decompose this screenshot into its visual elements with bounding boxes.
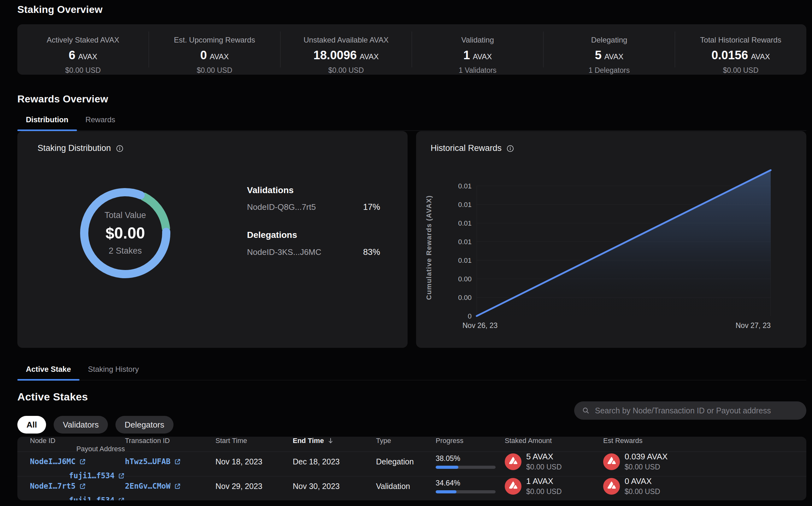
stat-sub: $0.00 USD (65, 66, 101, 75)
stat-label: Validating (461, 35, 494, 45)
external-link-icon (79, 483, 86, 490)
stat-unit: AVAX (604, 52, 623, 61)
est-rewards: 0.039 AVAX (625, 452, 668, 461)
stat-sub: $0.00 USD (328, 66, 364, 75)
panel-title-text: Historical Rewards (430, 143, 501, 153)
external-link-icon (174, 483, 181, 490)
staked-amount: 5 AVAX (526, 452, 562, 461)
svg-text:0.00: 0.00 (458, 293, 472, 302)
panel-title-text: Staking Distribution (38, 143, 111, 153)
staking-distribution-donut: Total Value $0.00 2 Stakes (72, 180, 179, 287)
payout-address-text: fuji1…f534 (69, 471, 115, 480)
validation-node-id: NodeID-Q8G...7rt5 (247, 202, 316, 212)
search-bar[interactable] (574, 401, 806, 420)
stat-validating: Validating 1AVAX 1 Validators (412, 24, 543, 75)
stat-sub: 1 Validators (459, 66, 496, 75)
stat-label: Unstaked Available AVAX (303, 35, 389, 45)
avax-icon (505, 478, 522, 495)
tab-distribution[interactable]: Distribution (17, 113, 77, 131)
avax-icon (603, 453, 620, 470)
col-node-id[interactable]: Node ID (30, 437, 125, 445)
col-est-rewards[interactable]: Est Rewards (603, 437, 788, 445)
stake-type: Delegation (376, 457, 436, 466)
staked-amount-cell: 5 AVAX $0.00 USD (505, 452, 603, 471)
staked-usd: $0.00 USD (526, 487, 562, 496)
historical-rewards-title: Historical Rewards (430, 143, 514, 153)
col-start-time[interactable]: Start Time (215, 437, 293, 445)
stat-unit: AVAX (78, 52, 97, 61)
external-link-icon (118, 472, 125, 480)
table-header: Node ID Transaction ID Start Time End Ti… (17, 437, 806, 452)
end-time: Nov 30, 2023 (293, 482, 376, 491)
transaction-id-link[interactable]: 2EnGv…CMoW (125, 482, 181, 491)
avax-icon (603, 478, 620, 495)
filter-chips: All Validators Delegators (17, 416, 174, 433)
tab-rewards[interactable]: Rewards (77, 113, 124, 131)
est-rewards-usd: $0.00 USD (625, 487, 660, 496)
start-time: Nov 18, 2023 (215, 457, 293, 466)
svg-text:0.01: 0.01 (458, 238, 472, 246)
tab-staking-history[interactable]: Staking History (79, 362, 147, 380)
external-link-icon (118, 497, 125, 501)
est-rewards-usd: $0.00 USD (625, 463, 668, 471)
est-rewards: 0 AVAX (625, 477, 660, 486)
stat-total-historical-rewards: Total Historical Rewards 0.0156AVAX $0.0… (675, 24, 806, 75)
stat-value: 18.0096 (314, 49, 357, 62)
search-icon (582, 406, 590, 415)
col-progress[interactable]: Progress (436, 437, 505, 445)
node-id-link[interactable]: NodeI…J6MC (30, 457, 86, 466)
page-title: Staking Overview (17, 4, 103, 15)
stat-sub: $0.00 USD (723, 66, 759, 75)
est-rewards-cell: 0 AVAX $0.00 USD (603, 477, 788, 496)
table-row: NodeI…7rt5 2EnGv…CMoW Nov 29, 2023 Nov 3… (17, 476, 806, 500)
transaction-id-text: hTwz5…UFAB (125, 457, 171, 466)
stakes-controls: All Validators Delegators (17, 401, 806, 436)
col-payout-address[interactable]: Payout Address (30, 445, 125, 453)
payout-address-link[interactable]: fuji1…f534 (69, 471, 125, 480)
filter-all[interactable]: All (17, 416, 46, 433)
progress-value: 38.05% (436, 454, 505, 463)
est-rewards-cell: 0.039 AVAX $0.00 USD (603, 452, 788, 471)
stat-label: Delegating (591, 35, 627, 45)
info-icon[interactable] (506, 145, 514, 152)
col-type[interactable]: Type (376, 437, 436, 445)
col-staked-amount[interactable]: Staked Amount (505, 437, 603, 445)
stat-sub: 1 Delegators (589, 66, 630, 75)
stat-value: 0 (200, 49, 207, 62)
transaction-id-link[interactable]: hTwz5…UFAB (125, 457, 181, 466)
svg-text:0: 0 (468, 312, 472, 320)
sort-desc-icon (327, 437, 334, 444)
tab-active-stake[interactable]: Active Stake (17, 362, 79, 380)
search-input[interactable] (595, 406, 799, 415)
stat-value: 5 (595, 49, 602, 62)
stat-value: 1 (463, 49, 470, 62)
stat-unit: AVAX (751, 52, 770, 61)
svg-text:0.00: 0.00 (458, 275, 472, 283)
stat-value: 6 (69, 49, 75, 62)
transaction-id-text: 2EnGv…CMoW (125, 482, 171, 491)
delegation-node-id: NodeID-3KS...J6MC (247, 247, 322, 257)
svg-text:0.01: 0.01 (458, 219, 472, 227)
validation-pct: 17% (363, 202, 380, 212)
node-id-link[interactable]: NodeI…7rt5 (30, 482, 86, 491)
filter-delegators[interactable]: Delegators (116, 416, 174, 433)
rewards-overview-title: Rewards Overview (17, 93, 108, 105)
payout-address-link[interactable]: fuji1…f534 (69, 496, 125, 500)
staked-amount: 1 AVAX (526, 477, 562, 486)
historical-rewards-panel: Historical Rewards Cumulative Rewards (A… (416, 131, 806, 348)
avax-icon (505, 453, 522, 470)
stat-sub: $0.00 USD (197, 66, 232, 75)
col-transaction-id[interactable]: Transaction ID (125, 437, 215, 445)
info-icon[interactable] (116, 145, 123, 152)
col-end-time[interactable]: End Time (293, 437, 376, 445)
staking-dashboard: Staking Overview Actively Staked AVAX 6A… (0, 0, 812, 506)
stat-label: Total Historical Rewards (700, 35, 781, 45)
svg-text:Nov 27, 23: Nov 27, 23 (736, 321, 771, 330)
validations-heading: Validations (247, 185, 294, 195)
progress-cell: 34.64% (436, 479, 505, 493)
progress-bar (436, 490, 495, 493)
progress-value: 34.64% (436, 479, 505, 487)
filter-validators[interactable]: Validators (54, 416, 108, 433)
y-axis-title: Cumulative Rewards (AVAX) (425, 181, 443, 314)
col-end-time-label: End Time (293, 437, 324, 445)
